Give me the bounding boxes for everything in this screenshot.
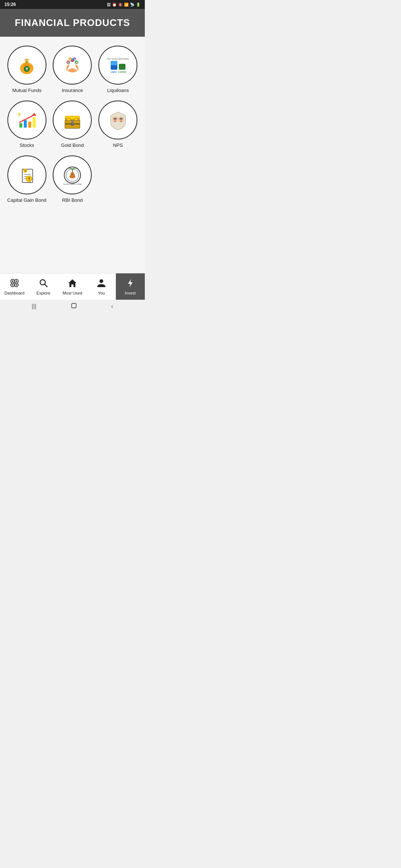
status-icons: 🖼 ⏰ 🔇 📶 📡 🔋 [107,3,140,7]
product-capital-gain-bond[interactable]: ★ ₹ Capital Gain Bond [6,155,48,203]
svg-point-66 [12,284,13,286]
svg-text:LOANS: LOANS [118,71,126,73]
home-icon [68,278,77,289]
svg-point-40 [118,116,124,122]
invest-bolt-icon [125,278,135,289]
product-mutual-funds[interactable]: ₹ Mutual Funds [6,46,48,93]
svg-point-65 [16,280,17,282]
capital-gain-bond-label: Capital Gain Bond [7,197,47,203]
svg-rect-16 [119,64,125,70]
svg-point-64 [12,280,13,282]
product-liquiloans[interactable]: LIQUI LOANS For every Borrower Liquiloan… [97,46,139,93]
dashboard-icon [10,278,19,289]
product-nps[interactable]: NPS [97,101,139,148]
svg-rect-1 [25,60,28,64]
page-title: FINANCIAL PRODUCTS [6,17,139,29]
liquiloans-label: Liquiloans [107,88,129,93]
svg-rect-36 [71,124,74,126]
explore-icon [39,278,48,289]
svg-point-33 [67,119,70,120]
nps-circle [98,101,137,139]
nav-invest[interactable]: Invest [116,273,145,300]
svg-marker-72 [128,279,133,287]
mute-icon: 🔇 [118,3,123,7]
system-nav-bar: ||| ‹ [0,300,145,313]
dashboard-label: Dashboard [4,291,25,295]
svg-text:🏠: 🏠 [75,61,78,64]
svg-text:🏥: 🏥 [66,61,70,64]
mutual-funds-circle: ₹ [7,46,46,85]
most-used-label: Most Used [63,291,82,295]
stocks-label: Stocks [20,142,34,148]
svg-text:LIQUI: LIQUI [111,71,117,73]
product-insurance[interactable]: 🏥 🚗 🏠 ❤ ✚ Insurance [52,46,94,93]
svg-rect-23 [33,117,36,128]
svg-rect-73 [72,303,76,308]
invest-label: Invest [125,291,136,295]
svg-rect-22 [28,122,31,128]
svg-point-71 [100,279,103,283]
explore-label: Explore [36,291,50,295]
svg-text:For every Borrower: For every Borrower [107,57,129,60]
wifi-icon: 📶 [124,3,128,7]
page-header: FINANCIAL PRODUCTS [0,9,145,37]
svg-rect-21 [24,120,27,128]
svg-text:₹: ₹ [26,67,28,71]
svg-text:★: ★ [24,170,26,172]
product-rbi-bond[interactable]: RESERVE BANK OF INDIA RBI Bond [52,155,94,203]
svg-text:❤: ❤ [69,58,71,60]
svg-point-67 [16,284,17,286]
rbi-bond-circle: RESERVE BANK OF INDIA [53,155,92,194]
svg-point-35 [75,119,78,120]
product-gold-bond[interactable]: Gold Bond [52,101,94,148]
recent-apps-btn[interactable]: ||| [32,303,36,310]
svg-line-69 [45,284,48,287]
main-content: ₹ Mutual Funds 🏥 🚗 🏠 [0,37,145,273]
mutual-funds-label: Mutual Funds [12,88,42,93]
nps-label: NPS [113,142,123,148]
svg-text:RESERVE BANK OF INDIA: RESERVE BANK OF INDIA [63,183,82,185]
gold-bond-label: Gold Bond [61,142,84,148]
stocks-circle: ₹ [7,101,46,139]
svg-marker-70 [68,279,76,287]
svg-point-41 [120,118,121,119]
svg-point-38 [114,118,115,119]
svg-point-34 [71,117,74,119]
nav-most-used[interactable]: Most Used [58,273,87,300]
liquiloans-circle: LIQUI LOANS For every Borrower [98,46,137,85]
nav-dashboard[interactable]: Dashboard [0,273,29,300]
insurance-circle: 🏥 🚗 🏠 ❤ ✚ [53,46,92,85]
capital-gain-bond-circle: ★ ₹ [7,155,46,194]
nav-you[interactable]: You [87,273,116,300]
gold-bond-circle [53,101,92,139]
svg-text:₹: ₹ [18,112,21,118]
products-row-3: ★ ₹ Capital Gain Bond [6,155,139,203]
back-btn[interactable]: ‹ [111,303,113,310]
svg-rect-20 [19,123,22,128]
bottom-navigation: Dashboard Explore Most Used You [0,273,145,300]
signal-icon: 📡 [130,3,134,7]
gallery-icon: 🖼 [107,3,111,7]
svg-point-39 [115,118,116,119]
svg-point-42 [121,118,122,119]
svg-marker-25 [32,113,36,116]
empty-slot [97,155,139,203]
svg-rect-15 [111,61,117,65]
insurance-label: Insurance [62,88,83,93]
status-time: 15:26 [4,2,16,7]
home-btn[interactable] [70,302,78,311]
svg-text:✚: ✚ [74,58,75,60]
you-label: You [98,291,105,295]
person-icon [97,278,106,289]
product-stocks[interactable]: ₹ Stocks [6,101,48,148]
products-row-1: ₹ Mutual Funds 🏥 🚗 🏠 [6,46,139,93]
status-bar: 15:26 🖼 ⏰ 🔇 📶 📡 🔋 [0,0,145,9]
products-row-2: ₹ Stocks [6,101,139,148]
svg-text:₹: ₹ [28,177,30,181]
battery-icon: 🔋 [136,3,140,7]
nav-explore[interactable]: Explore [29,273,58,300]
rbi-bond-label: RBI Bond [62,197,83,203]
alarm-icon: ⏰ [112,3,117,7]
